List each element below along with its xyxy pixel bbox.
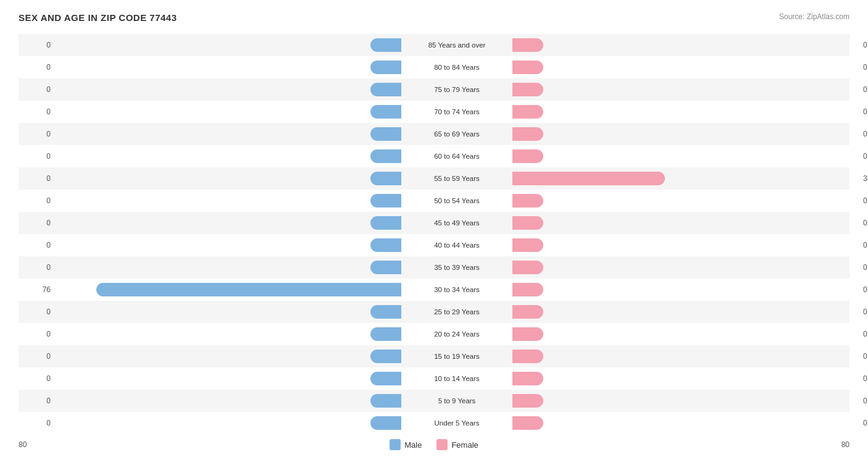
male-bar-container	[56, 372, 401, 385]
chart-footer: 80 Male Female 80	[19, 439, 849, 450]
male-bar-container	[56, 61, 401, 74]
age-label: 55 to 59 Years	[401, 175, 512, 182]
chart-row: 7630 to 34 Years0	[19, 279, 849, 301]
male-bar	[370, 172, 401, 185]
male-value: 0	[19, 107, 56, 116]
chart-row: 055 to 59 Years38	[19, 167, 849, 190]
female-bar	[512, 127, 543, 141]
male-value: 0	[19, 308, 56, 316]
female-bar	[512, 172, 665, 185]
age-label: 75 to 79 Years	[401, 86, 512, 93]
female-color-box	[436, 439, 448, 450]
male-value: 0	[19, 263, 56, 272]
legend-male: Male	[390, 439, 422, 450]
male-bar	[370, 394, 401, 408]
age-label: 5 to 9 Years	[401, 397, 512, 405]
age-label: 60 to 64 Years	[401, 153, 512, 160]
male-bar-container	[56, 327, 401, 341]
female-bar-container	[512, 305, 858, 319]
female-value: 0	[858, 241, 868, 249]
legend-female: Female	[436, 439, 478, 450]
male-bar	[370, 194, 401, 208]
chart-row: 050 to 54 Years0	[19, 190, 849, 212]
female-bar	[512, 416, 543, 430]
female-value: 0	[858, 374, 868, 383]
male-bar-container	[56, 350, 401, 363]
female-value: 0	[858, 419, 868, 427]
age-label: 45 to 49 Years	[401, 219, 512, 227]
chart-row: 085 Years and over0	[19, 34, 849, 56]
male-bar-container	[56, 194, 401, 208]
female-value: 0	[858, 330, 868, 338]
age-label: 70 to 74 Years	[401, 108, 512, 115]
male-bar	[370, 61, 401, 74]
female-bar	[512, 61, 543, 74]
female-bar-container	[512, 261, 858, 274]
chart-area: 085 Years and over0080 to 84 Years0075 t…	[19, 34, 849, 434]
chart-row: 035 to 39 Years0	[19, 256, 849, 279]
female-bar-container	[512, 61, 858, 74]
male-bar-container	[56, 83, 401, 96]
age-label: 35 to 39 Years	[401, 264, 512, 271]
female-bar-container	[512, 127, 858, 141]
chart-row: 05 to 9 Years0	[19, 390, 849, 412]
male-value: 76	[19, 285, 56, 294]
chart-row: 010 to 14 Years0	[19, 367, 849, 390]
male-value: 0	[19, 41, 56, 49]
male-bar	[370, 305, 401, 319]
male-bar	[370, 83, 401, 96]
female-bar	[512, 105, 543, 119]
female-bar-container	[512, 216, 858, 230]
female-bar	[512, 394, 543, 408]
female-label: Female	[451, 440, 478, 450]
chart-row: 0Under 5 Years0	[19, 412, 849, 434]
age-label: 10 to 14 Years	[401, 375, 512, 382]
male-bar	[370, 327, 401, 341]
female-bar	[512, 283, 543, 296]
female-bar	[512, 261, 543, 274]
female-bar-container	[512, 350, 858, 363]
male-value: 0	[19, 219, 56, 227]
female-bar-container	[512, 372, 858, 385]
female-bar-container	[512, 194, 858, 208]
female-bar-container	[512, 83, 858, 96]
female-bar-container	[512, 327, 858, 341]
female-value: 0	[858, 352, 868, 361]
male-value: 0	[19, 196, 56, 205]
left-axis-label: 80	[19, 440, 56, 449]
male-value: 0	[19, 419, 56, 427]
age-label: 65 to 69 Years	[401, 130, 512, 138]
female-value: 0	[858, 308, 868, 316]
female-value: 0	[858, 196, 868, 205]
male-value: 0	[19, 241, 56, 249]
chart-row: 045 to 49 Years0	[19, 212, 849, 234]
male-color-box	[390, 439, 401, 450]
female-bar	[512, 350, 543, 363]
female-bar	[512, 327, 543, 341]
male-bar	[370, 149, 401, 163]
female-bar	[512, 83, 543, 96]
female-bar	[512, 194, 543, 208]
chart-row: 065 to 69 Years0	[19, 123, 849, 145]
male-value: 0	[19, 330, 56, 338]
female-bar-container	[512, 416, 858, 430]
male-bar-container	[56, 38, 401, 52]
female-bar	[512, 216, 543, 230]
male-bar	[370, 38, 401, 52]
male-value: 0	[19, 174, 56, 183]
chart-row: 060 to 64 Years0	[19, 145, 849, 167]
age-label: 30 to 34 Years	[401, 286, 512, 293]
male-bar	[370, 127, 401, 141]
male-bar-container	[56, 416, 401, 430]
male-bar	[370, 105, 401, 119]
age-label: Under 5 Years	[401, 419, 512, 427]
male-bar	[370, 238, 401, 252]
source-label: Source: ZipAtlas.com	[779, 12, 849, 21]
male-value: 0	[19, 352, 56, 361]
female-value: 0	[858, 130, 868, 138]
male-bar-container	[56, 149, 401, 163]
male-bar	[96, 283, 401, 296]
male-bar-container	[56, 216, 401, 230]
male-value: 0	[19, 63, 56, 72]
male-bar-container	[56, 127, 401, 141]
